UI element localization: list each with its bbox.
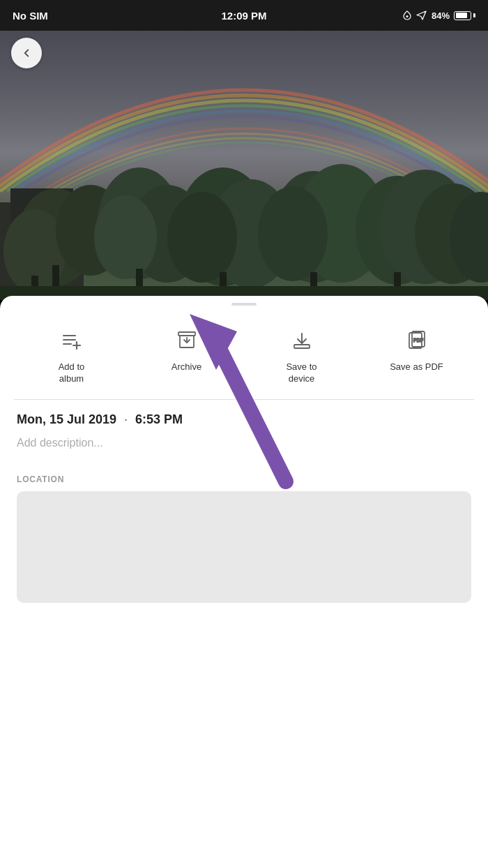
svg-point-18 xyxy=(258,186,328,281)
save-to-device-label: Save todevice xyxy=(286,361,317,385)
time-label: 12:09 PM xyxy=(221,10,266,22)
description-placeholder[interactable]: Add description... xyxy=(17,437,471,449)
save-as-pdf-label: Save as PDF xyxy=(390,361,443,373)
add-to-album-button[interactable]: Add toalbum xyxy=(14,325,129,385)
archive-button[interactable]: Archive xyxy=(129,325,244,385)
location-section: LOCATION xyxy=(0,474,488,603)
actions-row: Add toalbum Archive xyxy=(0,318,488,399)
location-icon xyxy=(402,10,412,20)
meta-section: Mon, 15 Jul 2019 · 6:53 PM Add descripti… xyxy=(0,400,488,474)
status-right-group: 84% xyxy=(402,10,475,21)
save-as-pdf-button[interactable]: PDF Save as PDF xyxy=(359,325,474,385)
date-text: Mon, 15 Jul 2019 xyxy=(17,412,116,426)
svg-point-10 xyxy=(94,195,157,279)
carrier-label: No SIM xyxy=(13,10,48,22)
add-to-list-icon xyxy=(56,325,87,356)
bottom-sheet: Add toalbum Archive xyxy=(0,296,488,868)
photo-date: Mon, 15 Jul 2019 · 6:53 PM xyxy=(17,412,471,427)
trees-svg xyxy=(0,147,488,300)
archive-label: Archive xyxy=(171,361,201,373)
status-bar: No SIM 12:09 PM 84% xyxy=(0,0,488,31)
svg-text:PDF: PDF xyxy=(413,338,424,343)
photo-background xyxy=(0,0,488,300)
navigation-icon xyxy=(416,10,427,20)
back-button[interactable] xyxy=(11,38,42,68)
svg-point-14 xyxy=(167,192,237,283)
battery-percent: 84% xyxy=(432,10,450,21)
battery-icon xyxy=(454,11,475,20)
svg-rect-34 xyxy=(294,345,310,348)
add-to-album-label: Add toalbum xyxy=(59,361,85,385)
svg-point-0 xyxy=(406,15,408,17)
location-map[interactable] xyxy=(17,491,471,603)
save-device-icon xyxy=(287,325,317,356)
drag-handle xyxy=(231,303,257,306)
archive-icon xyxy=(171,325,202,356)
time-text: 6:53 PM xyxy=(135,412,183,426)
save-to-device-button[interactable]: Save todevice xyxy=(244,325,359,385)
location-label: LOCATION xyxy=(17,474,471,484)
pdf-icon: PDF xyxy=(402,325,432,356)
